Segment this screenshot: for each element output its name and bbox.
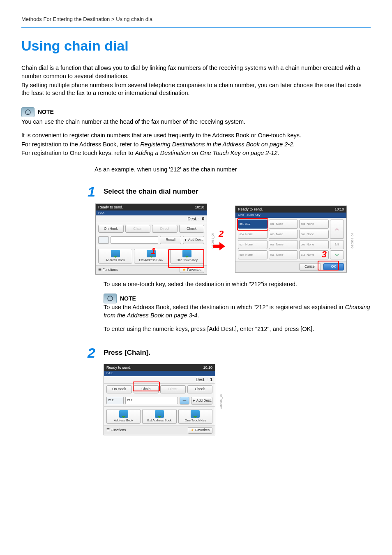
- arrow-right-icon: [213, 242, 229, 250]
- fax-screen-step2: Ready to send. 10:10 FAX Dest. : 1 On Ho…: [104, 364, 215, 435]
- scroll-down-button[interactable]: [330, 250, 344, 259]
- callout-2: 2: [219, 228, 224, 240]
- intro-paragraph-2: By setting multiple phone numbers from s…: [21, 81, 371, 97]
- scroll-up-button[interactable]: [330, 220, 344, 239]
- xref-link[interactable]: Registering Destinations in the Address …: [140, 141, 293, 148]
- status-text: Ready to send.: [238, 207, 263, 212]
- otk-cell[interactable]: 005None: [269, 230, 298, 239]
- dest-field[interactable]: 212: [125, 397, 178, 404]
- dest-field[interactable]: [111, 236, 158, 244]
- callout-1: 1: [151, 245, 156, 257]
- otk-cell[interactable]: 007None: [238, 240, 267, 249]
- mode-label: FAX: [104, 371, 215, 376]
- screen-code: GB0908_04: [350, 234, 354, 249]
- chain-button[interactable]: Chain: [134, 385, 159, 393]
- clock-text: 10:10: [203, 365, 212, 370]
- note-label: NOTE: [120, 295, 136, 303]
- dest-count: 1: [210, 377, 212, 383]
- fax-screen-left: Ready to send. 10:10 FAX Dest. : 0 On Ho…: [95, 204, 207, 275]
- mode-label: FAX: [96, 210, 207, 216]
- fax-icon: [98, 236, 109, 244]
- clock-text: 10:10: [334, 207, 344, 212]
- breadcrumb: Methods For Entering the Destination > U…: [21, 16, 371, 23]
- status-text: Ready to send.: [98, 205, 123, 210]
- address-book-button[interactable]: Address Book: [98, 249, 132, 264]
- note-text: You can use the chain number at the head…: [21, 118, 371, 126]
- xref-link[interactable]: Adding a Destination on One Touch Key on…: [135, 150, 277, 156]
- ext-address-book-button[interactable]: Ext Address Book: [142, 409, 176, 424]
- one-touch-key-button[interactable]: One Touch Key: [178, 409, 212, 424]
- otk-cell[interactable]: 009None: [299, 240, 329, 249]
- svg-rect-3: [110, 300, 111, 301]
- mode-label: One Touch Key: [235, 213, 346, 218]
- step-text: To use a one-touch key, select the desti…: [104, 280, 371, 289]
- clock-text: 10:10: [195, 205, 204, 210]
- one-touch-screen: Ready to send. 10:10 One Touch Key 00121…: [235, 206, 347, 272]
- on-hook-button[interactable]: On Hook: [98, 225, 124, 233]
- step-number: 1: [79, 185, 95, 199]
- step-number: 2: [79, 346, 95, 360]
- otk-cell[interactable]: 002None: [269, 220, 298, 229]
- one-touch-key-button[interactable]: One Touch Key: [170, 249, 204, 264]
- dest-chip: 212: [106, 397, 124, 404]
- direct-button[interactable]: Direct: [160, 385, 186, 393]
- on-hook-button[interactable]: On Hook: [106, 385, 132, 393]
- functions-button[interactable]: ☰ Functions: [98, 268, 118, 272]
- otk-cell[interactable]: 006None: [299, 230, 329, 239]
- svg-rect-1: [28, 113, 29, 115]
- note-text: It is convenient to register chain numbe…: [21, 132, 371, 140]
- callout-3: 3: [322, 248, 327, 261]
- cancel-button[interactable]: Cancel: [299, 263, 321, 270]
- direct-button[interactable]: Direct: [152, 225, 178, 233]
- favorites-button[interactable]: ★Favorites: [180, 267, 204, 273]
- example-text: As an example, when using '212' as the c…: [95, 166, 371, 174]
- note-text: For registration to One touch keys, refe…: [21, 149, 371, 157]
- favorites-button[interactable]: ★Favorites: [188, 427, 212, 433]
- status-text: Ready to send.: [106, 365, 131, 370]
- recall-button[interactable]: Recall: [160, 236, 181, 244]
- clear-button[interactable]: —: [180, 397, 189, 405]
- add-dest-button[interactable]: ＋ Add Dest.: [183, 236, 204, 244]
- ok-button[interactable]: OK: [323, 263, 344, 270]
- dest-label: Dest. :: [188, 216, 200, 222]
- dest-count: 0: [202, 216, 204, 222]
- add-dest-button[interactable]: ＋ Add Dest.: [191, 397, 212, 405]
- step-title: Select the chain dial number: [104, 187, 198, 197]
- note-text: To use the Address Book, select the dest…: [104, 303, 371, 319]
- note-icon: [104, 294, 117, 303]
- note-text: To enter using the numeric keys, press […: [104, 325, 371, 333]
- intro-paragraph-1: Chain dial is a function that allows you…: [21, 64, 371, 80]
- note-icon: [21, 107, 35, 117]
- chain-button[interactable]: Chain: [125, 225, 151, 233]
- divider: [21, 27, 371, 28]
- address-book-button[interactable]: Address Book: [106, 409, 141, 424]
- step-title: Press [Chain].: [104, 348, 150, 358]
- otk-cell[interactable]: 010None: [238, 250, 267, 259]
- screen-code: GB0089_02: [219, 394, 222, 409]
- pager-text: 1/9: [330, 240, 344, 249]
- check-button[interactable]: Check: [179, 225, 205, 233]
- otk-cell[interactable]: 008None: [269, 240, 298, 249]
- otk-cell[interactable]: 001212: [238, 220, 267, 229]
- otk-cell[interactable]: 011None: [269, 250, 298, 259]
- note-text: For registration to the Address Book, re…: [21, 141, 371, 149]
- otk-cell[interactable]: 004None: [238, 230, 267, 239]
- otk-cell[interactable]: 003None: [299, 220, 329, 229]
- dest-label: Dest. :: [196, 377, 208, 383]
- star-icon: ★: [191, 428, 194, 432]
- check-button[interactable]: Check: [187, 385, 213, 393]
- functions-button[interactable]: ☰ Functions: [106, 428, 126, 432]
- star-icon: ★: [182, 268, 186, 272]
- note-label: NOTE: [38, 108, 54, 116]
- page-title: Using chain dial: [21, 37, 371, 56]
